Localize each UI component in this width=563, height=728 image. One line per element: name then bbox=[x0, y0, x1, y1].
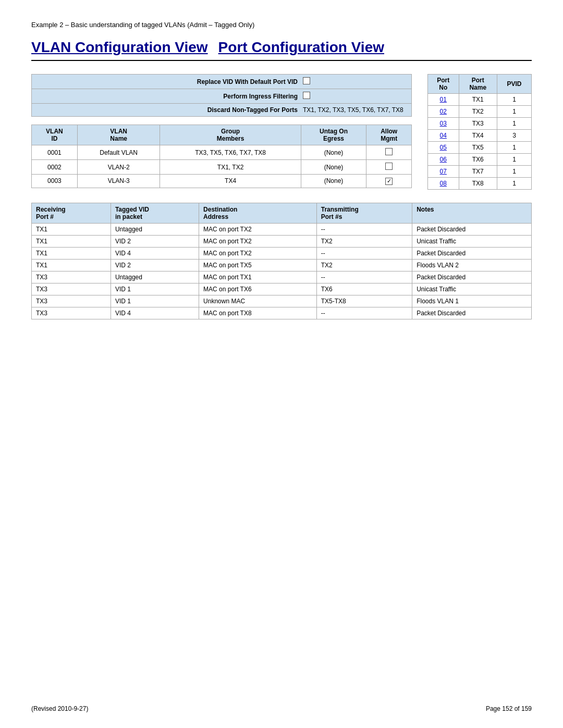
bt-trans: TX6 bbox=[316, 283, 412, 295]
port-row: 08 TX8 1 bbox=[428, 178, 532, 190]
bt-header-vid: Tagged VIDin packet bbox=[111, 203, 199, 224]
bt-recv: TX1 bbox=[32, 260, 111, 272]
bt-header-notes: Notes bbox=[412, 203, 532, 224]
config-label-ingress: Perform Ingress Filtering bbox=[36, 93, 303, 100]
bt-recv: TX3 bbox=[32, 283, 111, 295]
top-section: Replace VID With Default Port VID Perfor… bbox=[31, 74, 532, 190]
port-no[interactable]: 01 bbox=[428, 94, 459, 106]
bt-dest: Unknown MAC bbox=[199, 295, 317, 307]
main-heading: VLAN Configuration View Port Configurati… bbox=[31, 39, 532, 61]
port-no[interactable]: 07 bbox=[428, 166, 459, 178]
vlan-untag: (None) bbox=[301, 175, 366, 188]
vlan-name: Default VLAN bbox=[77, 145, 160, 160]
vlan-header-untag: Untag OnEgress bbox=[301, 125, 366, 145]
vlan-name: VLAN-2 bbox=[77, 160, 160, 175]
port-no[interactable]: 04 bbox=[428, 130, 459, 142]
config-row-discard: Discard Non-Tagged For Ports TX1, TX2, T… bbox=[32, 104, 411, 116]
port-row: 07 TX7 1 bbox=[428, 166, 532, 178]
vlan-row: 0001 Default VLAN TX3, TX5, TX6, TX7, TX… bbox=[32, 145, 412, 160]
config-label-replace: Replace VID With Default Port VID bbox=[36, 78, 303, 85]
bt-notes: Floods VLAN 2 bbox=[412, 260, 532, 272]
checkbox-empty[interactable] bbox=[385, 163, 393, 170]
bt-notes: Unicast Traffic bbox=[412, 236, 532, 248]
bt-dest: MAC on port TX1 bbox=[199, 272, 317, 283]
bt-vid: VID 4 bbox=[111, 248, 199, 260]
port-no[interactable]: 06 bbox=[428, 154, 459, 166]
config-value-ingress bbox=[303, 92, 407, 101]
bt-vid: VID 1 bbox=[111, 283, 199, 295]
bt-vid: VID 4 bbox=[111, 307, 199, 319]
bt-dest: MAC on port TX5 bbox=[199, 260, 317, 272]
port-heading: Port Configuration View bbox=[218, 39, 384, 56]
bt-notes: Packet Discarded bbox=[412, 307, 532, 319]
bt-vid: VID 2 bbox=[111, 236, 199, 248]
vlan-row: 0003 VLAN-3 TX4 (None) ✓ bbox=[32, 175, 412, 188]
port-header-pvid: PVID bbox=[497, 75, 532, 94]
bt-header-dest: DestinationAddress bbox=[199, 203, 317, 224]
vlan-untag: (None) bbox=[301, 145, 366, 160]
example-title: Example 2 – Basic understanding of tagge… bbox=[31, 21, 532, 29]
vlan-header-members: GroupMembers bbox=[160, 125, 301, 145]
config-value-discard: TX1, TX2, TX3, TX5, TX6, TX7, TX8 bbox=[303, 106, 407, 114]
config-box: Replace VID With Default Port VID Perfor… bbox=[31, 74, 412, 117]
port-name: TX3 bbox=[459, 118, 497, 130]
checkbox-checked[interactable]: ✓ bbox=[385, 178, 393, 185]
checkbox-replace[interactable] bbox=[303, 77, 310, 84]
vlan-header-name: VLANName bbox=[77, 125, 160, 145]
bottom-row: TX3 VID 1 Unknown MAC TX5-TX8 Floods VLA… bbox=[32, 295, 532, 307]
config-label-discard: Discard Non-Tagged For Ports bbox=[36, 106, 303, 114]
bt-dest: MAC on port TX6 bbox=[199, 283, 317, 295]
port-row: 02 TX2 1 bbox=[428, 106, 532, 118]
port-no[interactable]: 03 bbox=[428, 118, 459, 130]
right-panel: PortNo PortName PVID 01 TX1 1 02 TX2 1 0… bbox=[427, 74, 532, 190]
port-row: 06 TX6 1 bbox=[428, 154, 532, 166]
port-pvid: 1 bbox=[497, 154, 532, 166]
vlan-header-mgmt: AllowMgmt bbox=[366, 125, 412, 145]
bottom-row: TX1 Untagged MAC on port TX2 -- Packet D… bbox=[32, 224, 532, 236]
vlan-row: 0002 VLAN-2 TX1, TX2 (None) bbox=[32, 160, 412, 175]
bottom-row: TX3 Untagged MAC on port TX1 -- Packet D… bbox=[32, 272, 532, 283]
port-name: TX6 bbox=[459, 154, 497, 166]
port-no[interactable]: 08 bbox=[428, 178, 459, 190]
checkbox-ingress[interactable] bbox=[303, 92, 310, 99]
bt-notes: Unicast Traffic bbox=[412, 283, 532, 295]
vlan-id: 0003 bbox=[32, 175, 78, 188]
bt-vid: VID 2 bbox=[111, 260, 199, 272]
bt-dest: MAC on port TX2 bbox=[199, 224, 317, 236]
vlan-heading: VLAN Configuration View bbox=[31, 39, 208, 56]
bt-dest: MAC on port TX2 bbox=[199, 236, 317, 248]
vlan-members: TX1, TX2 bbox=[160, 160, 301, 175]
bt-recv: TX1 bbox=[32, 224, 111, 236]
bt-notes: Packet Discarded bbox=[412, 224, 532, 236]
bottom-row: TX1 VID 2 MAC on port TX2 TX2 Unicast Tr… bbox=[32, 236, 532, 248]
port-pvid: 1 bbox=[497, 166, 532, 178]
footer-left: (Revised 2010-9-27) bbox=[31, 705, 88, 712]
port-name: TX1 bbox=[459, 94, 497, 106]
bt-recv: TX3 bbox=[32, 295, 111, 307]
port-pvid: 1 bbox=[497, 118, 532, 130]
vlan-id: 0001 bbox=[32, 145, 78, 160]
port-header-no: PortNo bbox=[428, 75, 459, 94]
port-no[interactable]: 05 bbox=[428, 142, 459, 154]
left-panel: Replace VID With Default Port VID Perfor… bbox=[31, 74, 412, 190]
vlan-header-id: VLANID bbox=[32, 125, 78, 145]
bt-trans: TX2 bbox=[316, 236, 412, 248]
port-pvid: 1 bbox=[497, 178, 532, 190]
bt-trans: -- bbox=[316, 224, 412, 236]
vlan-members: TX3, TX5, TX6, TX7, TX8 bbox=[160, 145, 301, 160]
vlan-mgmt-cell bbox=[366, 160, 412, 175]
checkbox-empty[interactable] bbox=[385, 148, 393, 155]
port-pvid: 1 bbox=[497, 142, 532, 154]
bt-vid: Untagged bbox=[111, 272, 199, 283]
port-table: PortNo PortName PVID 01 TX1 1 02 TX2 1 0… bbox=[427, 74, 532, 190]
vlan-mgmt-cell bbox=[366, 145, 412, 160]
port-row: 03 TX3 1 bbox=[428, 118, 532, 130]
config-row-replace: Replace VID With Default Port VID bbox=[32, 75, 411, 89]
port-header-name: PortName bbox=[459, 75, 497, 94]
port-no[interactable]: 02 bbox=[428, 106, 459, 118]
bottom-row: TX3 VID 4 MAC on port TX8 -- Packet Disc… bbox=[32, 307, 532, 319]
bt-header-recv: ReceivingPort # bbox=[32, 203, 111, 224]
bt-vid: VID 1 bbox=[111, 295, 199, 307]
footer: (Revised 2010-9-27) Page 152 of 159 bbox=[31, 705, 532, 712]
bottom-row: TX3 VID 1 MAC on port TX6 TX6 Unicast Tr… bbox=[32, 283, 532, 295]
